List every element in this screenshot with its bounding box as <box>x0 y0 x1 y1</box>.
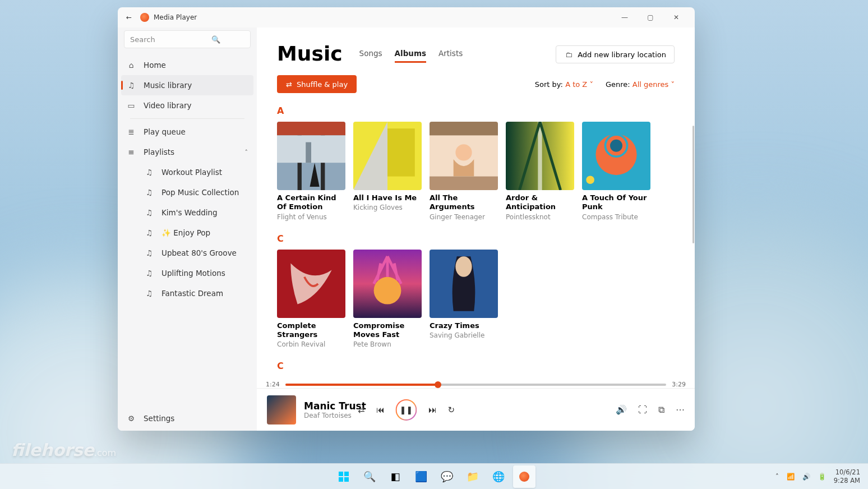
album-card[interactable]: A Certain Kind Of EmotionFlight of Venus <box>277 122 345 221</box>
playlist-item[interactable]: ♫Upbeat 80's Groove <box>139 243 253 263</box>
taskbar-mediaplayer[interactable] <box>513 465 535 488</box>
progress-bar[interactable]: 1:24 3:29 <box>257 380 695 388</box>
album-cover <box>353 122 422 190</box>
album-cover <box>430 122 498 190</box>
svg-rect-5 <box>306 142 311 163</box>
sort-dropdown[interactable]: Sort by: A to Z ˅ <box>535 80 593 89</box>
next-button[interactable]: ⏭ <box>428 405 437 415</box>
album-cover <box>582 122 650 190</box>
duration-time: 3:29 <box>672 381 686 388</box>
section-letter[interactable]: C <box>277 361 675 371</box>
sidebar-item-play-queue[interactable]: ≣Play queue <box>121 122 253 142</box>
tab-albums[interactable]: Albums <box>395 49 426 63</box>
main-content: Music Songs Albums Artists 🗀Add new libr… <box>257 27 695 431</box>
svg-point-24 <box>455 256 472 277</box>
scrollbar[interactable] <box>692 126 694 243</box>
svg-rect-10 <box>430 122 498 135</box>
album-card[interactable]: A Touch Of Your PunkCompass Tribute <box>582 122 650 221</box>
tray-wifi-icon[interactable]: 📶 <box>787 473 795 481</box>
sidebar-item-playlists[interactable]: ≡Playlists˄ <box>121 142 253 162</box>
playlist-icon: ♫ <box>145 248 154 257</box>
search-input[interactable]: Search 🔍 <box>124 30 251 48</box>
sidebar-item-settings[interactable]: ⚙Settings <box>121 408 253 428</box>
taskbar-edge[interactable]: 🌐 <box>487 465 510 488</box>
start-button[interactable] <box>333 465 355 488</box>
playlist-item[interactable]: ♫Uplifting Motions <box>139 263 253 283</box>
taskbar-chat[interactable]: 💬 <box>436 465 458 488</box>
miniplayer-button[interactable]: ⧉ <box>658 404 664 415</box>
close-button[interactable]: ✕ <box>663 9 689 26</box>
album-title: Complete Strangers <box>277 321 345 340</box>
chevron-down-icon: ˅ <box>671 80 675 89</box>
svg-rect-25 <box>339 472 343 476</box>
album-artist: Pete Brown <box>353 340 422 348</box>
tab-songs[interactable]: Songs <box>359 49 382 63</box>
svg-rect-14 <box>538 122 542 190</box>
album-title: All I Have Is Me <box>353 193 422 202</box>
back-button[interactable]: ← <box>123 12 135 23</box>
svg-rect-26 <box>344 472 349 476</box>
taskbar-taskview[interactable]: ◧ <box>384 465 407 488</box>
taskbar-search[interactable]: 🔍 <box>358 465 381 488</box>
sidebar-item-video-library[interactable]: ▭Video library <box>121 95 253 116</box>
app-title: Media Player <box>154 13 197 21</box>
app-logo-icon <box>140 13 149 22</box>
section-letter[interactable]: C <box>277 233 675 244</box>
album-card[interactable]: Ardor & AnticipationPointlessknot <box>506 122 574 221</box>
svg-point-18 <box>610 140 622 152</box>
shuffle-play-button[interactable]: ⇄Shuffle & play <box>277 75 357 93</box>
shuffle-button[interactable]: ⇄ <box>358 405 365 415</box>
add-library-button[interactable]: 🗀Add new library location <box>556 45 675 63</box>
playlist-icon: ♫ <box>145 208 154 217</box>
album-card[interactable]: All The ArgumentsGinger Teenager <box>430 122 498 221</box>
playlist-item[interactable]: ♫Kim's Wedding <box>139 202 253 223</box>
genre-dropdown[interactable]: Genre: All genres ˅ <box>606 80 675 89</box>
mediaplayer-icon <box>519 472 529 482</box>
fullscreen-button[interactable]: ⛶ <box>638 404 647 415</box>
album-card[interactable]: Crazy TimesSaving Gabrielle <box>430 250 498 349</box>
sidebar-item-music-library[interactable]: ♫Music library <box>121 75 253 95</box>
music-icon: ♫ <box>127 81 136 90</box>
video-icon: ▭ <box>127 101 136 110</box>
now-playing-cover[interactable] <box>267 395 296 425</box>
section-letter[interactable]: A <box>277 105 675 116</box>
svg-rect-27 <box>339 477 343 482</box>
album-title: Compromise Moves Fast <box>353 321 422 340</box>
playlist-item[interactable]: ♫Pop Music Collection <box>139 182 253 202</box>
play-pause-button[interactable]: ❚❚ <box>396 399 417 421</box>
playlist-icon: ♫ <box>145 228 154 237</box>
folder-add-icon: 🗀 <box>564 50 573 59</box>
sidebar-item-home[interactable]: ⌂Home <box>121 55 253 75</box>
tab-artists[interactable]: Artists <box>438 49 463 63</box>
tray-volume-icon[interactable]: 🔊 <box>802 473 810 481</box>
home-icon: ⌂ <box>127 61 136 70</box>
playlist-item[interactable]: ♫Fantastic Dream <box>139 283 253 303</box>
album-card[interactable]: All I Have Is MeKicking Gloves <box>353 122 422 221</box>
taskbar-widgets[interactable]: 🟦 <box>410 465 432 488</box>
taskbar-explorer[interactable]: 📁 <box>461 465 484 488</box>
maximize-button[interactable]: ▢ <box>638 9 663 26</box>
progress-thumb[interactable] <box>435 381 441 388</box>
repeat-button[interactable]: ↻ <box>448 405 455 415</box>
more-button[interactable]: ⋯ <box>676 404 685 415</box>
playlist-icon: ♫ <box>145 289 154 298</box>
gear-icon: ⚙ <box>127 414 136 423</box>
elapsed-time: 1:24 <box>266 381 280 388</box>
album-artist: Kicking Gloves <box>353 204 422 211</box>
playlist-icon: ♫ <box>145 168 154 177</box>
minimize-button[interactable]: — <box>612 9 638 26</box>
playlist-item[interactable]: ♫Workout Playlist <box>139 162 253 182</box>
album-title: All The Arguments <box>430 193 498 212</box>
previous-button[interactable]: ⏮ <box>376 405 385 415</box>
tray-clock[interactable]: 10/6/219:28 AM <box>834 468 860 485</box>
album-card[interactable]: Compromise Moves FastPete Brown <box>353 250 422 349</box>
svg-rect-28 <box>344 477 349 482</box>
app-window: ← Media Player — ▢ ✕ Search 🔍 ⌂Home ♫Mus… <box>118 7 695 431</box>
tray-chevron[interactable]: ˄ <box>775 473 779 481</box>
taskbar: 🔍 ◧ 🟦 💬 📁 🌐 ˄ 📶 🔊 🔋 10/6/219:28 AM <box>0 463 868 489</box>
tray-battery-icon[interactable]: 🔋 <box>818 473 826 481</box>
volume-button[interactable]: 🔊 <box>616 404 627 415</box>
svg-rect-12 <box>430 177 498 190</box>
playlist-item[interactable]: ♫✨ Enjoy Pop <box>139 223 253 243</box>
album-card[interactable]: Complete StrangersCorbin Revival <box>277 250 345 349</box>
